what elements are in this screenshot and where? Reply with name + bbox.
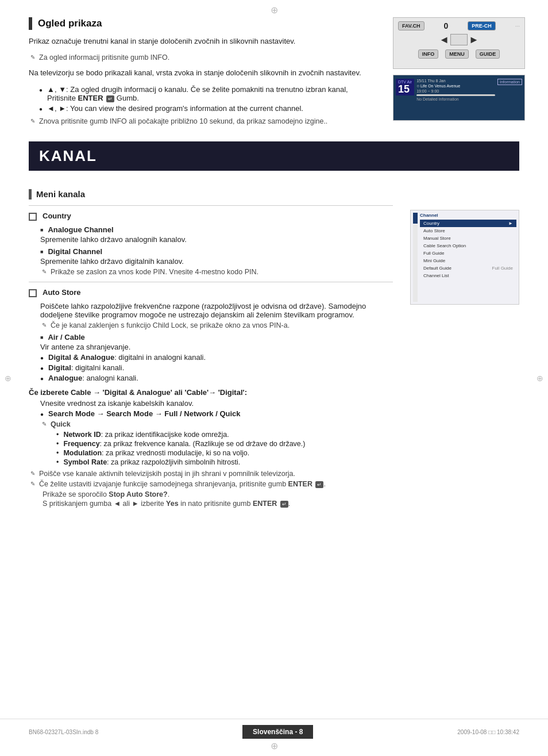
cable-note2: ✎ Če želite ustaviti izvajanje funkcije … (29, 480, 393, 488)
channel-menu-panel: Channel Country ► Auto Store Manual Stor… (404, 181, 519, 508)
analogue-channel-label: Analogue Channel (48, 225, 113, 234)
cable-note3: S pritiskanjem gumba ◄ ali ► izberite Ye… (43, 500, 393, 508)
ogled-title: Ogled prikaza (38, 18, 102, 29)
info-button: INFO (418, 49, 439, 59)
footer-left: BN68-02327L-03SIn.indb 8 (29, 729, 98, 735)
cable-note2b: Prikaže se sporočilo Stop Auto Store?. (43, 490, 393, 498)
right-panel: FAV.CH 0 PRE-CH ··· ◄ ► INFO MENU GUIDE … (370, 17, 525, 121)
air-cable-bullets: Digital & Analogue: digitalni in analogn… (40, 353, 393, 382)
cable-sub-3: Modulation: za prikaz vrednosti modulaci… (56, 449, 393, 457)
menu-item-auto-store: Auto Store (420, 227, 516, 235)
channel-menu-title: Channel (420, 213, 516, 218)
guide-button: GUIDE (476, 49, 500, 59)
ogled-bullets: ▲, ▼: Za ogled drugih informacij o kanal… (39, 85, 373, 113)
air-cable-b2: Digital: digitalni kanali. (48, 363, 124, 372)
digital-note: ✎ Prikaže se zaslon za vnos kode PIN. Vn… (40, 268, 393, 276)
auto-store-desc: Poiščete lahko razpoložljive frekvenčne … (40, 302, 393, 319)
nav-center (450, 34, 468, 45)
bullet-item-2: ◄, ►: You can view the desired program's… (39, 104, 373, 113)
bullet-item-1: ▲, ▼: Za ogled drugih informacij o kanal… (39, 85, 373, 102)
cable-section-header: Če izberete Cable → 'Digital & Analogue'… (29, 388, 393, 397)
menu-item-mini-guide: Mini Guide (420, 257, 516, 264)
dots-icon: ··· (515, 23, 520, 29)
analogue-desc-text: Spremenite lahko državo analognih kanalo… (40, 235, 187, 244)
memo-icon-1: ✎ (29, 53, 37, 62)
note1-text: Za ogled informacij pritisnite gumb INFO… (39, 53, 169, 62)
kanal-banner: KANAL (29, 141, 519, 171)
bullet-text-2: ◄, ►: You can view the desired program's… (47, 104, 303, 113)
digital-channel-item: Digital Channel (40, 247, 393, 256)
menu-item-full-guide: Full Guide (420, 250, 516, 257)
checkbox-icon-auto (29, 289, 37, 297)
ogled-note1: ✎ Za ogled informacij pritisnite gumb IN… (29, 53, 373, 62)
memo-icon-3: ✎ (40, 268, 48, 276)
country-label: Country (43, 212, 71, 220)
kanal-title-text: KANAL (39, 147, 97, 164)
cable-intro-text: Vnesite vrednost za iskanje kabelskih ka… (40, 399, 194, 408)
bullet-text-1: ▲, ▼: Za ogled drugih informacij o kanal… (47, 85, 373, 102)
memo-icon-5: ✎ (40, 420, 48, 428)
meni-kanala-content: Meni kanala Country Analogue Channel Spr… (29, 181, 393, 508)
air-cable-bullet-3: Analogue: analogni kanali. (40, 374, 393, 382)
air-cable-bullet-2: Digital: digitalni kanali. (40, 363, 393, 372)
footer-right: 2009-10-08 □□ 10:38:42 (457, 729, 519, 735)
meni-kanala-header: Meni kanala (29, 189, 393, 199)
zero-button: 0 (443, 21, 448, 30)
sub-section-bar (29, 189, 32, 199)
ogled-para2: Na televizorju se bodo prikazali kanal, … (29, 67, 373, 79)
digital-note-text: Prikaže se zaslon za vnos kode PIN. Vnes… (51, 268, 258, 276)
para2-text: Na televizorju se bodo prikazali kanal, … (29, 67, 373, 79)
cable-intro: Vnesite vrednost za iskanje kabelskih ka… (40, 399, 393, 408)
air-cable-item: Air / Cable (40, 333, 393, 341)
meni-kanala-wrapper: Meni kanala Country Analogue Channel Spr… (29, 181, 519, 508)
tv-date: 15/11 Thu 8 Jan (416, 79, 445, 83)
cable-note1: ✎ Poišče vse kanale aktivnih televizijsk… (29, 470, 393, 478)
auto-store-label: Auto Store (43, 288, 80, 297)
air-cable-desc-text: Vir antene za shranjevanje. (40, 343, 130, 351)
memo-icon-4: ✎ (40, 321, 48, 329)
air-cable-bullet-1: Digital & Analogue: digitalni in analogn… (40, 353, 393, 362)
quick-note: ✎ Quick (40, 420, 393, 428)
channel-menu-image: Channel Country ► Auto Store Manual Stor… (410, 210, 519, 305)
pre-ch-button: PRE-CH (468, 21, 496, 30)
fav-ch-button: FAV.CH (398, 21, 424, 30)
left-arrow-icon: ◄ (439, 34, 449, 46)
air-cable-label: Air / Cable (48, 333, 84, 341)
info-label: Information (497, 79, 522, 85)
menu-item-channel-list: Channel List (420, 272, 516, 279)
para1-text: Prikaz označuje trenutni kanal in stanje… (29, 36, 373, 48)
quick-label: Quick (51, 420, 71, 428)
cable-sub-1: Network ID: za prikaz identifikacijske k… (56, 431, 393, 439)
ogled-section-header: Ogled prikaza (29, 17, 373, 30)
country-item: Country (29, 212, 393, 221)
air-cable-b3: Analogue: analogni kanali. (48, 374, 138, 382)
cable-sub-bullets: Network ID: za prikaz identifikacijske k… (56, 431, 393, 466)
checkbox-icon-country (29, 213, 37, 221)
section-bar-ogled (29, 17, 32, 30)
cable-sub-2: Frequency: za prikaz frekvence kanala. (… (56, 440, 393, 448)
memo-icon-6: ✎ (29, 470, 37, 478)
digital-channel-label: Digital Channel (48, 247, 102, 256)
channel-number: 15 (398, 84, 412, 94)
progress-bar (416, 94, 495, 96)
ogled-prikaza-section: Ogled prikaza Prikaz označuje trenutni k… (29, 17, 373, 125)
auto-store-desc-text: Poiščete lahko razpoložljive frekvenčne … (40, 302, 366, 319)
cable-note2-text: Če želite ustaviti izvajanje funkcije sa… (39, 480, 326, 488)
page-footer: BN68-02327L-03SIn.indb 8 Slovenščina - 8… (0, 719, 548, 745)
air-cable-desc: Vir antene za shranjevanje. (40, 343, 393, 351)
divider-1 (29, 205, 393, 206)
menu-item-default-guide: Default Guide Full Guide (420, 264, 516, 272)
footer-center: Slovenščina - 8 (242, 725, 313, 739)
menu-item-cable-search: Cable Search Option (420, 242, 516, 250)
air-cable-b1: Digital & Analogue: digitalni in analogn… (48, 353, 206, 362)
cable-note1-text: Poišče vse kanale aktivnih televizijskih… (39, 470, 295, 478)
right-arrow-icon: ► (469, 34, 479, 46)
digital-desc-text: Spremenite lahko državo digitalnih kanal… (40, 257, 184, 266)
analogue-channel-item: Analogue Channel (40, 225, 393, 234)
cable-search-mode-bullet: Search Mode → Search Mode → Full / Netwo… (40, 409, 393, 418)
auto-store-item: Auto Store (29, 288, 393, 297)
analogue-channel-desc: Spremenite lahko državo analognih kanalo… (40, 235, 393, 244)
note2-text: Znova pritisnite gumb INFO ali počakajte… (39, 117, 327, 125)
auto-store-note: ✎ Če je kanal zaklenjen s funkcijo Child… (40, 321, 393, 329)
menu-item-country: Country ► (420, 220, 516, 227)
